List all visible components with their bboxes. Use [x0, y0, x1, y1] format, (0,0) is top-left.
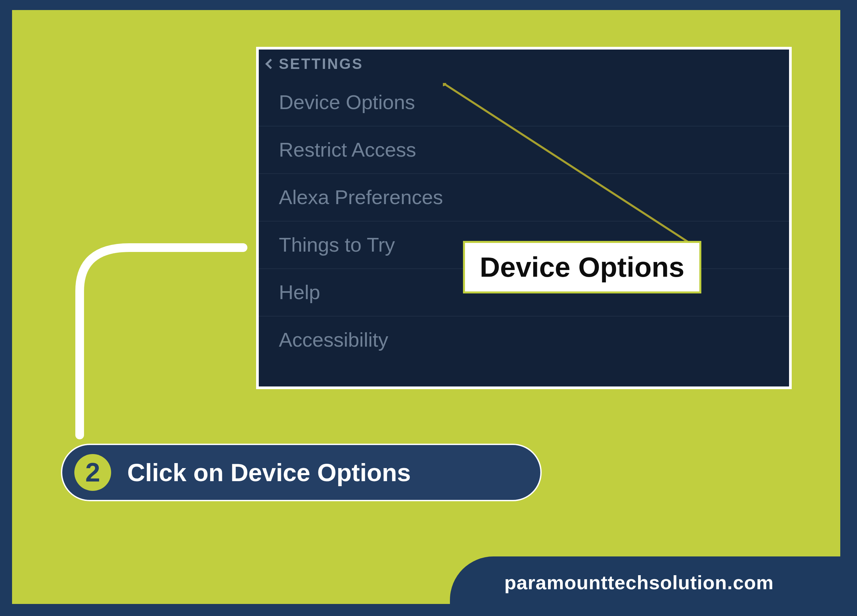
settings-back-label: SETTINGS: [279, 56, 363, 72]
guide-arrow-icon: [62, 234, 270, 448]
brand-footer: paramounttechsolution.com: [450, 556, 840, 604]
slide-canvas: SETTINGS Device Options Restrict Access …: [12, 10, 840, 604]
step-number: 2: [85, 457, 101, 488]
step-pill: 2 Click on Device Options: [61, 444, 541, 501]
brand-url: paramounttechsolution.com: [504, 571, 774, 594]
step-number-badge: 2: [74, 454, 111, 491]
menu-item-restrict-access[interactable]: Restrict Access: [259, 127, 789, 174]
tutorial-slide: SETTINGS Device Options Restrict Access …: [0, 0, 857, 616]
callout-text: Device Options: [480, 251, 685, 283]
chevron-left-icon: [265, 59, 275, 69]
callout-label: Device Options: [463, 241, 701, 293]
menu-item-device-options[interactable]: Device Options: [259, 79, 789, 127]
settings-back-button[interactable]: SETTINGS: [267, 56, 363, 72]
device-screenshot: SETTINGS Device Options Restrict Access …: [256, 47, 792, 389]
settings-menu: Device Options Restrict Access Alexa Pre…: [259, 79, 789, 363]
menu-item-alexa-preferences[interactable]: Alexa Preferences: [259, 174, 789, 221]
step-instruction: Click on Device Options: [127, 459, 411, 487]
menu-item-accessibility[interactable]: Accessibility: [259, 316, 789, 363]
